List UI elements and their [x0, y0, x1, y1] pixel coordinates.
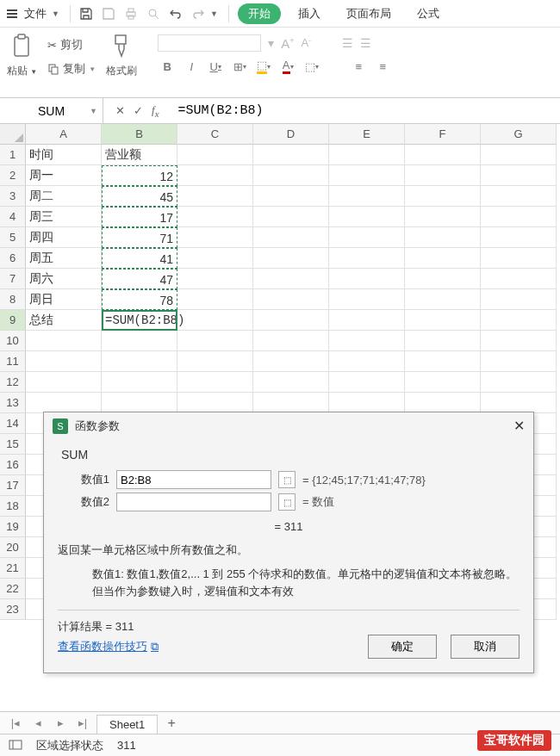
- cell[interactable]: [177, 331, 253, 351]
- underline-button[interactable]: U▾: [206, 57, 225, 76]
- cell[interactable]: [481, 269, 557, 289]
- print-preview-icon[interactable]: [143, 3, 164, 24]
- row-header[interactable]: 3: [0, 186, 26, 207]
- cell[interactable]: [481, 248, 557, 269]
- font-decrease-icon[interactable]: A-: [301, 36, 310, 49]
- cell[interactable]: [481, 351, 557, 372]
- cell[interactable]: [405, 289, 481, 310]
- cell[interactable]: [177, 227, 253, 248]
- cell[interactable]: 78: [102, 289, 177, 310]
- row-header[interactable]: 7: [0, 269, 26, 289]
- cell[interactable]: [405, 165, 481, 186]
- cell[interactable]: 时间: [26, 145, 102, 165]
- row-header[interactable]: 11: [0, 351, 26, 372]
- select-all-corner[interactable]: [0, 124, 26, 145]
- save-as-icon[interactable]: [98, 3, 119, 24]
- row-header[interactable]: 8: [0, 289, 26, 310]
- column-header[interactable]: E: [329, 124, 405, 145]
- cell[interactable]: [26, 393, 102, 413]
- cell[interactable]: [405, 227, 481, 248]
- cell[interactable]: [329, 269, 405, 289]
- save-icon[interactable]: [76, 3, 96, 24]
- column-header[interactable]: B: [102, 124, 177, 145]
- param2-input[interactable]: [116, 493, 271, 511]
- cell[interactable]: [253, 207, 329, 227]
- sheet-nav-next-icon[interactable]: ▸: [52, 716, 69, 729]
- column-header[interactable]: C: [177, 124, 253, 145]
- paintbrush-icon[interactable]: [109, 34, 134, 59]
- cell[interactable]: [405, 393, 481, 413]
- cell[interactable]: [481, 331, 557, 351]
- cell[interactable]: [405, 207, 481, 227]
- cell[interactable]: 周二: [26, 186, 102, 207]
- copy-button[interactable]: 复制 ▼: [47, 59, 96, 79]
- cell[interactable]: [481, 145, 557, 165]
- cell[interactable]: 47: [102, 269, 177, 289]
- cell[interactable]: [177, 310, 253, 331]
- cell[interactable]: [253, 310, 329, 331]
- row-header[interactable]: 10: [0, 331, 26, 351]
- tab-formula[interactable]: 公式: [408, 3, 448, 25]
- cell[interactable]: [481, 165, 557, 186]
- cell[interactable]: [329, 351, 405, 372]
- font-color-button[interactable]: A▾: [278, 57, 297, 76]
- cell[interactable]: [405, 331, 481, 351]
- row-header[interactable]: 20: [0, 537, 26, 558]
- cell[interactable]: [177, 165, 253, 186]
- cell[interactable]: [102, 372, 177, 393]
- cell[interactable]: 总结: [26, 310, 102, 331]
- cell[interactable]: [329, 393, 405, 413]
- cell[interactable]: [253, 186, 329, 207]
- chevron-down-icon[interactable]: ▼: [52, 9, 59, 18]
- cell[interactable]: 41: [102, 248, 177, 269]
- param1-input[interactable]: [116, 470, 271, 489]
- cell[interactable]: [329, 186, 405, 207]
- cell[interactable]: [253, 331, 329, 351]
- formula-input[interactable]: [171, 103, 560, 118]
- cell[interactable]: [177, 289, 253, 310]
- paste-label[interactable]: 粘贴 ▼: [7, 64, 37, 78]
- cell[interactable]: [177, 393, 253, 413]
- merge-button[interactable]: ⬚▾: [302, 57, 321, 76]
- row-header[interactable]: 2: [0, 165, 26, 186]
- accept-formula-icon[interactable]: ✓: [134, 104, 143, 117]
- row-header[interactable]: 23: [0, 599, 26, 620]
- fx-icon[interactable]: fx: [152, 103, 159, 119]
- cell[interactable]: [253, 269, 329, 289]
- name-box[interactable]: ▼: [0, 98, 103, 123]
- cell[interactable]: [177, 351, 253, 372]
- cell[interactable]: [253, 351, 329, 372]
- tab-insert[interactable]: 插入: [289, 3, 329, 25]
- cell[interactable]: [177, 145, 253, 165]
- clipboard-icon[interactable]: [10, 34, 34, 59]
- row-header[interactable]: 16: [0, 455, 26, 475]
- row-header[interactable]: 13: [0, 393, 26, 413]
- cell[interactable]: [405, 186, 481, 207]
- cell[interactable]: [481, 372, 557, 393]
- cell[interactable]: [405, 145, 481, 165]
- cell[interactable]: 17: [102, 207, 177, 227]
- cell[interactable]: 周三: [26, 207, 102, 227]
- font-size-selector[interactable]: ▾: [268, 36, 274, 50]
- redo-icon[interactable]: [188, 3, 208, 24]
- cell[interactable]: [329, 207, 405, 227]
- name-box-input[interactable]: [17, 104, 86, 118]
- range-select-icon[interactable]: ⬚: [278, 471, 296, 488]
- cell[interactable]: [253, 227, 329, 248]
- tab-layout[interactable]: 页面布局: [338, 3, 400, 25]
- range-select-icon[interactable]: ⬚: [278, 493, 296, 511]
- sheet-tab[interactable]: Sheet1: [96, 715, 158, 734]
- cell[interactable]: [329, 165, 405, 186]
- row-header[interactable]: 5: [0, 227, 26, 248]
- cell[interactable]: [481, 310, 557, 331]
- cell[interactable]: [405, 269, 481, 289]
- cell[interactable]: [26, 351, 102, 372]
- cell[interactable]: [481, 393, 557, 413]
- cell[interactable]: [253, 372, 329, 393]
- row-header[interactable]: 9: [0, 310, 26, 331]
- cell[interactable]: 71: [102, 227, 177, 248]
- cell[interactable]: [102, 331, 177, 351]
- row-header[interactable]: 22: [0, 579, 26, 599]
- chevron-down-icon[interactable]: ▼: [210, 9, 218, 18]
- column-header[interactable]: F: [405, 124, 481, 145]
